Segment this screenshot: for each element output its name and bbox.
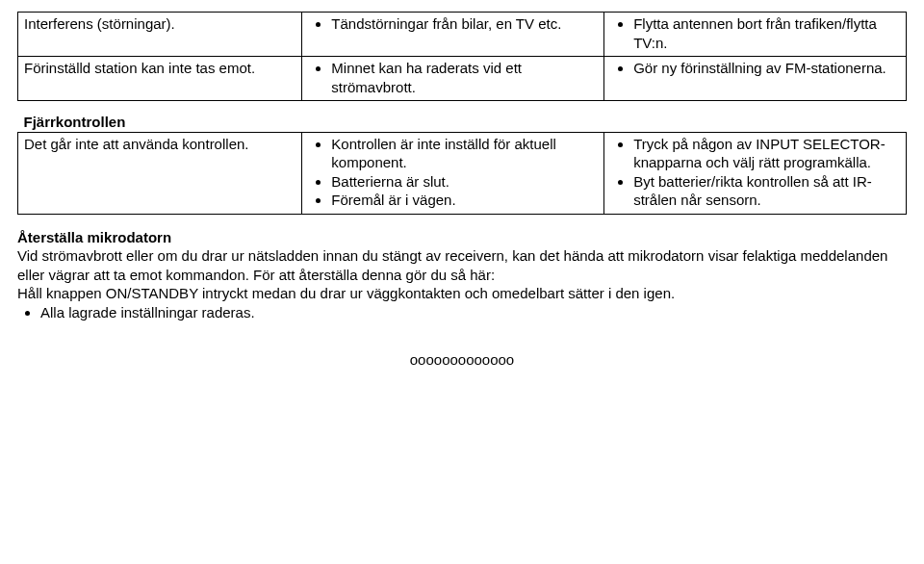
action-item: Tryck på någon av INPUT SELECTOR-knappar…	[633, 135, 900, 172]
problem-text: Förinställd station kan inte tas emot.	[24, 60, 255, 76]
reset-title: Återställa mikrodatorn	[17, 229, 171, 245]
cause-item: Föremål är i vägen.	[331, 191, 598, 210]
table-cell: Gör ny förinställning av FM-stationerna.	[604, 57, 907, 101]
table-cell: Tändstörningar från bilar, en TV etc.	[302, 13, 604, 57]
problem-text: Det går inte att använda kontrollen.	[24, 136, 248, 152]
troubleshooting-table: Interferens (störningar). Tändstörningar…	[17, 12, 907, 215]
section-title: Fjärrkontrollen	[24, 114, 126, 130]
separator-line: ooooooooooooo	[17, 350, 907, 370]
reset-section: Återställa mikrodatorn Vid strömavbrott …	[17, 228, 907, 322]
cause-item: Minnet kan ha raderats vid ett strömavbr…	[331, 59, 598, 96]
table-cell: Minnet kan ha raderats vid ett strömavbr…	[302, 57, 604, 101]
cause-item: Tändstörningar från bilar, en TV etc.	[331, 14, 598, 34]
reset-paragraph-2: Håll knappen ON/STANDBY intryckt medan d…	[17, 284, 907, 303]
table-cell: Flytta antennen bort från trafiken/flytt…	[604, 13, 907, 57]
action-item: Flytta antennen bort från trafiken/flytt…	[633, 14, 900, 52]
cause-item: Kontrollen är inte inställd för aktuell …	[331, 135, 598, 172]
table-cell: Tryck på någon av INPUT SELECTOR-knappar…	[604, 132, 907, 214]
table-cell: Interferens (störningar).	[18, 13, 302, 57]
empty-cell	[604, 101, 907, 133]
problem-text: Interferens (störningar).	[24, 15, 175, 32]
reset-bullet: Alla lagrade inställningar raderas.	[40, 303, 907, 322]
reset-paragraph-1: Vid strömavbrott eller om du drar ur nät…	[17, 246, 907, 284]
cause-item: Batterierna är slut.	[331, 172, 598, 192]
section-header-cell: Fjärrkontrollen	[18, 101, 302, 133]
table-cell: Kontrollen är inte inställd för aktuell …	[302, 132, 604, 214]
table-cell: Förinställd station kan inte tas emot.	[18, 57, 302, 101]
action-item: Byt batterier/rikta kontrollen så att IR…	[633, 172, 900, 210]
table-cell: Det går inte att använda kontrollen.	[18, 132, 302, 214]
action-item: Gör ny förinställning av FM-stationerna.	[633, 59, 900, 78]
empty-cell	[302, 101, 604, 133]
